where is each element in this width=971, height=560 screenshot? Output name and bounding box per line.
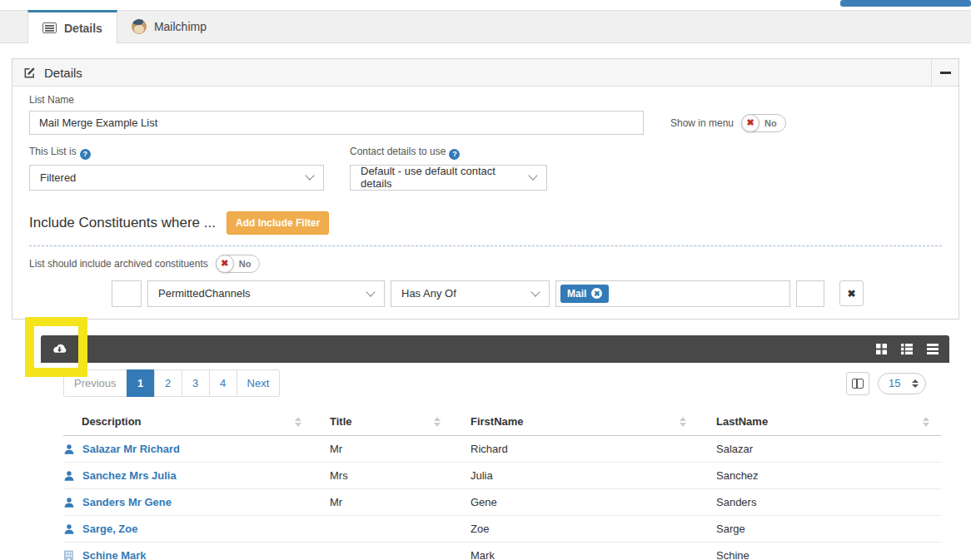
question-circle-icon[interactable]: ? (80, 149, 91, 160)
filter-order-box[interactable] (796, 280, 824, 307)
x-circle-icon: ✖ (741, 114, 759, 132)
results-grid: Previous 1 2 3 4 Next 15 (41, 335, 949, 560)
filter-field-select[interactable]: PermittedChannels (147, 280, 385, 307)
chevron-down-icon (528, 171, 537, 180)
grid-toolbar (41, 335, 949, 363)
row-description-link[interactable]: Sanders Mr Gene (82, 496, 172, 508)
show-in-menu-label: Show in menu (670, 117, 734, 129)
show-in-menu-value: No (764, 118, 777, 128)
pagination-page-3[interactable]: 3 (182, 369, 210, 397)
filter-operator-value: Has Any Of (401, 287, 456, 300)
details-panel: Details List Name Show in menu ✖ No This… (12, 58, 959, 320)
partial-top-button[interactable] (840, 0, 971, 7)
pagination-next[interactable]: Next (237, 369, 281, 397)
table-row: Sanchez Mrs Julia Mrs Julia Sanchez (63, 463, 941, 489)
this-list-is-value: Filtered (40, 171, 76, 184)
results-table: Description Title FirstName LastName (63, 408, 941, 560)
sort-arrows-icon[interactable] (434, 417, 441, 427)
grid-view-icon[interactable] (876, 344, 887, 354)
sort-arrows-icon[interactable] (295, 417, 301, 427)
include-filter-row: PermittedChannels Has Any Of Mail ✖ ✖ (112, 280, 942, 307)
archived-constituents-label: List should include archived constituent… (29, 258, 208, 270)
row-description-link[interactable]: Sanchez Mrs Julia (82, 469, 177, 482)
columns-icon (852, 379, 864, 389)
column-chooser-button[interactable] (846, 372, 869, 395)
person-icon (63, 523, 75, 535)
pagination-page-2[interactable]: 2 (154, 369, 182, 397)
tab-mailchimp-label: Mailchimp (154, 20, 207, 33)
list-name-input[interactable] (29, 111, 644, 135)
filter-value-tag: Mail ✖ (560, 285, 609, 303)
archived-constituents-value: No (239, 259, 251, 269)
pagination: Previous 1 2 3 4 Next (63, 369, 280, 397)
sort-arrows-icon[interactable] (680, 417, 686, 427)
contact-details-select[interactable]: Default - use default contact details (350, 165, 547, 191)
tab-mailchimp[interactable]: Mailchimp (117, 11, 221, 42)
column-header-lastname[interactable]: LastName (698, 408, 941, 436)
person-icon (63, 470, 75, 482)
cloud-download-button[interactable] (52, 343, 67, 355)
tab-details[interactable]: Details (27, 10, 117, 43)
tab-bar: Details Mailchimp (0, 10, 971, 43)
table-row: Salazar Mr Richard Mr Richard Salazar (63, 436, 941, 463)
chevron-down-icon (305, 171, 314, 180)
person-icon (63, 444, 75, 455)
pagination-page-1[interactable]: 1 (127, 369, 155, 397)
question-circle-icon[interactable]: ? (449, 149, 460, 160)
collapse-panel-button[interactable] (931, 59, 959, 86)
archived-constituents-toggle[interactable]: ✖ No (216, 255, 261, 273)
pagination-previous[interactable]: Previous (63, 369, 127, 397)
remove-tag-icon[interactable]: ✖ (591, 288, 602, 299)
dashed-divider (29, 245, 942, 246)
list-name-label: List Name (29, 94, 942, 106)
details-panel-title: Details (44, 66, 82, 80)
person-icon (63, 497, 75, 508)
filter-group-box[interactable] (112, 280, 142, 307)
table-row: Sanders Mr Gene Mr Gene Sanders (63, 489, 941, 516)
details-panel-body: List Name Show in menu ✖ No This List is… (12, 87, 959, 319)
x-circle-icon: ✖ (216, 255, 234, 273)
include-constituents-heading: Include Constituents where ... (29, 215, 216, 231)
row-description-link[interactable]: Salazar Mr Richard (82, 443, 180, 455)
mailchimp-icon (132, 19, 147, 34)
remove-filter-button[interactable]: ✖ (839, 280, 864, 306)
row-description-link[interactable]: Sarge, Zoe (82, 523, 137, 535)
chevron-down-icon (366, 287, 375, 296)
this-list-is-select[interactable]: Filtered (29, 165, 324, 191)
detail-list-view-icon[interactable] (901, 344, 913, 354)
page-size-value: 15 (889, 377, 900, 389)
show-in-menu-toggle[interactable]: ✖ No (741, 114, 786, 132)
table-row: Schine Mark Mark Schine (63, 543, 941, 560)
spinner-icon (912, 379, 919, 388)
filter-field-value: PermittedChannels (158, 287, 251, 300)
sort-arrows-icon[interactable] (923, 417, 929, 427)
building-icon (63, 550, 75, 560)
this-list-is-label: This List is (29, 146, 77, 157)
add-include-filter-button[interactable]: Add Include Filter (227, 211, 329, 235)
list-icon (42, 22, 57, 33)
page-size-select[interactable]: 15 (878, 373, 926, 394)
row-description-link[interactable]: Schine Mark (82, 549, 147, 560)
pagination-page-4[interactable]: 4 (209, 369, 237, 397)
edit-pencil-icon (23, 67, 36, 79)
chevron-down-icon (530, 287, 540, 296)
column-header-description[interactable]: Description (63, 408, 313, 436)
contact-details-value: Default - use default contact details (361, 165, 521, 190)
filter-value-tag-label: Mail (567, 288, 586, 300)
column-header-title[interactable]: Title (313, 408, 452, 436)
table-row: Sarge, Zoe Zoe Sarge (63, 516, 941, 543)
minimize-icon (940, 72, 951, 74)
filter-values-field[interactable]: Mail ✖ (555, 280, 790, 307)
filter-operator-select[interactable]: Has Any Of (391, 280, 550, 307)
tab-details-label: Details (64, 22, 102, 35)
column-header-firstname[interactable]: FirstName (452, 408, 698, 436)
list-view-icon[interactable] (927, 344, 939, 354)
contact-details-label: Contact details to use (350, 146, 446, 157)
details-panel-header: Details (12, 59, 959, 87)
